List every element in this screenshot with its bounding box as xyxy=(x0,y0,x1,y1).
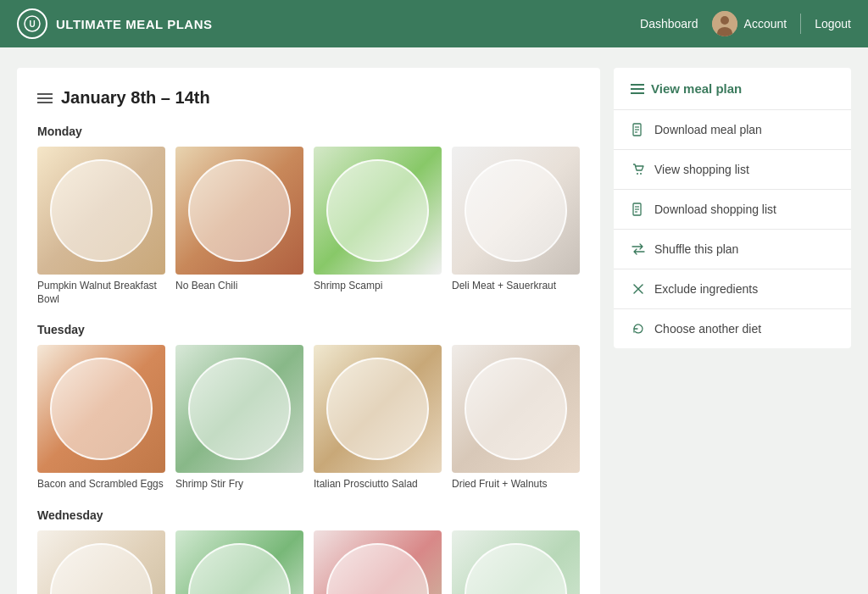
meal-image xyxy=(37,147,165,275)
svg-point-9 xyxy=(637,173,638,175)
sidebar-item-icon xyxy=(631,241,646,257)
meal-image xyxy=(452,345,580,473)
logo: U xyxy=(17,8,47,39)
header-nav: Dashboard Account Logout xyxy=(640,11,851,36)
meal-item[interactable]: Salmon Salad with Winter Fruit xyxy=(314,530,442,594)
date-range: January 8th – 14th xyxy=(61,88,210,108)
sidebar-item-icon xyxy=(631,202,646,217)
sidebar-items: Download meal planView shopping listDown… xyxy=(614,110,851,348)
sidebar-item-5[interactable]: Choose another diet xyxy=(614,309,851,348)
account-avatar xyxy=(712,11,737,36)
meal-image xyxy=(452,530,580,594)
meals-grid: Pumpkin Walnut Breakfast BowlNo Bean Chi… xyxy=(37,147,580,306)
meal-image xyxy=(314,345,442,473)
nav-divider xyxy=(800,14,801,34)
meal-name: Italian Prosciutto Salad xyxy=(314,478,442,491)
meal-item[interactable]: Deli Meat + Sauerkraut xyxy=(452,147,580,306)
content-header: January 8th – 14th xyxy=(37,88,580,108)
meals-grid: Bacon and Scrambled EggsShrimp Stir FryI… xyxy=(37,345,580,491)
sidebar-item-icon xyxy=(631,162,646,177)
meal-image xyxy=(37,530,165,594)
sidebar-menu-icon xyxy=(631,84,644,94)
meal-name: No Bean Chili xyxy=(175,280,303,293)
meals-grid: AIP "Grits"Steak SaladSalmon Salad with … xyxy=(37,530,580,594)
meal-item[interactable]: Pumpkin Walnut Breakfast Bowl xyxy=(37,147,165,306)
app-title: ULTIMATE MEAL PLANS xyxy=(56,17,213,31)
meal-name: Bacon and Scrambled Eggs xyxy=(37,478,165,491)
account-section: Account xyxy=(712,11,787,36)
meal-name: Dried Fruit + Walnuts xyxy=(452,478,580,491)
day-section: TuesdayBacon and Scrambled EggsShrimp St… xyxy=(37,323,580,491)
sidebar-title: View meal plan xyxy=(651,81,742,96)
day-section: MondayPumpkin Walnut Breakfast BowlNo Be… xyxy=(37,125,580,306)
sidebar-item-0[interactable]: Download meal plan xyxy=(614,110,851,150)
meal-item[interactable]: Shrimp Stir Fry xyxy=(175,345,303,491)
days-container: MondayPumpkin Walnut Breakfast BowlNo Be… xyxy=(37,125,580,594)
sidebar-header: View meal plan xyxy=(614,68,851,110)
menu-icon[interactable] xyxy=(37,93,53,103)
meal-name: Pumpkin Walnut Breakfast Bowl xyxy=(37,280,165,306)
sidebar-item-2[interactable]: Download shopping list xyxy=(614,190,851,230)
sidebar-item-label: Download shopping list xyxy=(654,203,776,216)
meal-image xyxy=(37,345,165,473)
meal-plan-content: January 8th – 14th MondayPumpkin Walnut … xyxy=(17,68,600,594)
sidebar-item-icon xyxy=(631,321,646,336)
day-label: Monday xyxy=(37,125,580,138)
meal-name: Deli Meat + Sauerkraut xyxy=(452,280,580,293)
account-link[interactable]: Account xyxy=(744,17,787,31)
sidebar-item-icon xyxy=(631,122,646,137)
meal-name: Shrimp Stir Fry xyxy=(175,478,303,491)
meal-image xyxy=(314,530,442,594)
meal-item[interactable]: Shrimp Scampi xyxy=(314,147,442,306)
meal-item[interactable]: Steak Salad xyxy=(175,530,303,594)
main-layout: January 8th – 14th MondayPumpkin Walnut … xyxy=(0,47,868,594)
meal-image xyxy=(175,147,303,275)
meal-image xyxy=(314,147,442,275)
meal-image xyxy=(175,345,303,473)
meal-item[interactable]: No Bean Chili xyxy=(175,147,303,306)
meal-item[interactable]: Canned Salmon + Avocado xyxy=(452,530,580,594)
meal-item[interactable]: AIP "Grits" xyxy=(37,530,165,594)
sidebar: View meal plan Download meal planView sh… xyxy=(614,68,851,348)
sidebar-item-1[interactable]: View shopping list xyxy=(614,150,851,190)
day-section: WednesdayAIP "Grits"Steak SaladSalmon Sa… xyxy=(37,508,580,594)
sidebar-item-label: View shopping list xyxy=(654,163,749,176)
sidebar-item-label: Shuffle this plan xyxy=(654,242,738,256)
logout-link[interactable]: Logout xyxy=(815,17,851,31)
meal-name: Shrimp Scampi xyxy=(314,280,442,293)
meal-image xyxy=(175,530,303,594)
sidebar-item-label: Choose another diet xyxy=(654,322,761,336)
day-label: Wednesday xyxy=(37,508,580,522)
meal-item[interactable]: Dried Fruit + Walnuts xyxy=(452,345,580,491)
dashboard-link[interactable]: Dashboard xyxy=(640,17,698,31)
svg-text:U: U xyxy=(29,19,35,29)
app-header: U ULTIMATE MEAL PLANS Dashboard Account … xyxy=(0,0,868,47)
meal-item[interactable]: Bacon and Scrambled Eggs xyxy=(37,345,165,491)
svg-point-10 xyxy=(640,173,642,175)
day-label: Tuesday xyxy=(37,323,580,336)
sidebar-item-icon xyxy=(631,281,646,297)
meal-item[interactable]: Italian Prosciutto Salad xyxy=(314,345,442,491)
sidebar-item-3[interactable]: Shuffle this plan xyxy=(614,230,851,269)
meal-image xyxy=(452,147,580,275)
sidebar-item-4[interactable]: Exclude ingredients xyxy=(614,269,851,309)
sidebar-item-label: Exclude ingredients xyxy=(654,282,758,296)
svg-point-3 xyxy=(721,16,729,25)
header-left: U ULTIMATE MEAL PLANS xyxy=(17,8,213,39)
sidebar-item-label: Download meal plan xyxy=(654,123,762,136)
